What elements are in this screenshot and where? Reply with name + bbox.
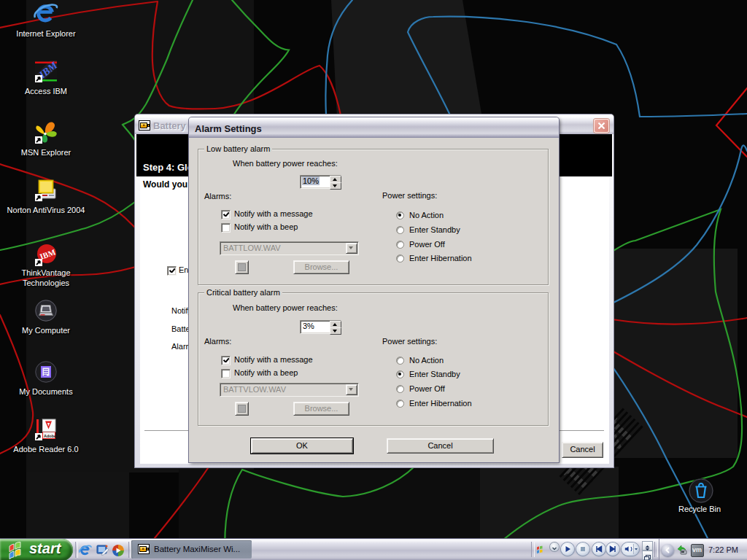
svg-text:Adobe: Adobe (44, 434, 56, 438)
